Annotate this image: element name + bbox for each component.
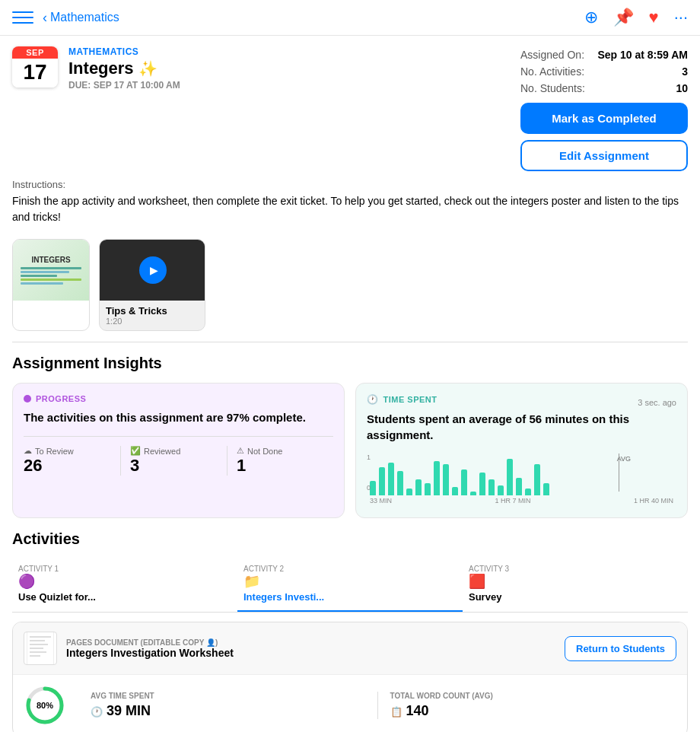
calendar-badge: SEP 17 — [12, 46, 58, 88]
progress-badge-label: PROGRESS — [36, 394, 86, 403]
play-icon: ▶ — [139, 256, 167, 284]
chart-bar — [461, 469, 467, 495]
y-label-1: 1 — [367, 454, 371, 461]
meta-table: Assigned On: Sep 10 at 8:59 AM No. Activ… — [520, 46, 688, 97]
chart-bar — [534, 464, 540, 495]
mark-completed-button[interactable]: Mark as Completed — [520, 103, 688, 134]
chart-bar — [415, 479, 422, 495]
back-label: Mathematics — [50, 11, 119, 24]
chart-bar — [543, 483, 549, 495]
not-done-icon: ⚠ — [237, 446, 244, 456]
tab-3-num: ACTIVITY 3 — [469, 565, 509, 573]
stat-reviewed: ✅ Reviewed 3 — [120, 446, 227, 476]
activity-tab-2[interactable]: ACTIVITY 2 📁 Integers Investi... — [237, 557, 463, 612]
assignment-info: MATHEMATICS Integers ✨ DUE: SEP 17 AT 10… — [68, 46, 505, 91]
time-badge: 🕐 TIME SPENT — [367, 394, 438, 405]
word-count-text: 140 — [406, 703, 429, 718]
avg-time-block: AVG TIME SPENT 🕐 39 MIN — [78, 692, 378, 719]
clock-small-icon: 🕐 — [91, 706, 103, 718]
review-icon: ☁ — [24, 446, 32, 456]
right-actions: Assigned On: Sep 10 at 8:59 AM No. Activ… — [520, 46, 688, 171]
activities-value: 3 — [682, 65, 688, 78]
svg-rect-1 — [30, 636, 51, 638]
students-label: No. Students: — [520, 82, 585, 94]
tab-2-icon: 📁 — [243, 573, 260, 590]
sparkle-icon: ✨ — [138, 59, 158, 78]
progress-dot — [24, 395, 31, 403]
insights-heading: Assignment Insights — [12, 355, 688, 372]
cal-month: SEP — [12, 46, 58, 59]
more-icon[interactable]: ··· — [674, 8, 688, 27]
students-row: No. Students: 10 — [520, 80, 688, 97]
chart-label-0: 33 MIN — [370, 497, 392, 504]
back-button[interactable]: ‹ Mathematics — [43, 10, 119, 26]
chart-bar — [406, 489, 412, 495]
chart-label-1: 1 HR 7 MIN — [495, 497, 530, 504]
progress-badge: PROGRESS — [24, 394, 333, 403]
tab-2-num: ACTIVITY 2 — [243, 565, 284, 573]
to-review-value: 26 — [24, 456, 111, 476]
chart-bar — [507, 459, 513, 495]
edit-assignment-button[interactable]: Edit Assignment — [520, 140, 688, 171]
activity-tab-1[interactable]: ACTIVITY 1 🟣 Use Quizlet for... — [12, 557, 237, 612]
video-duration: 1:20 — [106, 317, 199, 326]
doc-info: PAGES DOCUMENT (EDITABLE COPY 👤) Integer… — [66, 638, 555, 659]
avg-time-value: 🕐 39 MIN — [91, 703, 365, 719]
tab-1-title: Use Quizlet for... — [18, 591, 96, 603]
app-header: ‹ Mathematics ⊕ 📌 ♥ ··· — [0, 0, 700, 36]
chart-labels: 33 MIN 1 HR 7 MIN 1 HR 40 MIN — [367, 495, 676, 504]
video-attachment[interactable]: ▶ Tips & Tricks 1:20 — [99, 239, 205, 331]
students-value: 10 — [676, 82, 688, 94]
cal-day: 17 — [12, 59, 58, 88]
title-text: Integers — [68, 59, 134, 78]
chart-bar — [397, 471, 403, 495]
svg-rect-4 — [30, 648, 43, 649]
chart-label-2: 1 HR 40 MIN — [634, 497, 673, 504]
time-badge-label: TIME SPENT — [383, 395, 438, 404]
return-to-students-button[interactable]: Return to Students — [565, 636, 676, 661]
tab-2-title: Integers Investi... — [243, 591, 324, 603]
word-count-value: 📋 140 — [390, 703, 665, 719]
activity-stats: 80% AVG TIME SPENT 🕐 39 MIN TOTAL WORD C… — [13, 675, 687, 732]
chart-bar — [479, 473, 485, 495]
top-section: SEP 17 MATHEMATICS Integers ✨ DUE: SEP 1… — [0, 36, 700, 179]
assigned-on-value: Sep 10 at 8:59 AM — [597, 49, 688, 61]
time-card: 🕐 TIME SPENT 3 sec. ago Students spent a… — [355, 383, 688, 518]
progress-text: The activities on this assignment are 97… — [24, 409, 333, 425]
copy-icon[interactable]: ⊕ — [584, 8, 598, 27]
activity-tab-3[interactable]: ACTIVITY 3 🟥 Survey — [463, 557, 688, 612]
poster-lines — [21, 267, 81, 285]
heart-icon[interactable]: ♥ — [649, 8, 659, 27]
subject-label: MATHEMATICS — [68, 46, 505, 57]
pin-icon[interactable]: 📌 — [613, 8, 634, 27]
chart-bar — [498, 485, 504, 495]
avg-time-text: 39 MIN — [107, 703, 151, 718]
avg-time-label: AVG TIME SPENT — [91, 692, 365, 700]
attachments-section: INTEGERS ▶ Tips & Tricks 1:20 — [0, 233, 700, 342]
activities-row: No. Activities: 3 — [520, 63, 688, 80]
doc-name: Integers Investigation Worksheet — [66, 647, 555, 659]
tab-1-icon: 🟣 — [18, 573, 35, 590]
activity-detail-card: PAGES DOCUMENT (EDITABLE COPY 👤) Integer… — [12, 622, 688, 732]
assigned-on-label: Assigned On: — [520, 49, 584, 61]
reviewed-value: 3 — [130, 456, 218, 476]
chart-bar — [516, 478, 522, 495]
assignment-header: SEP 17 MATHEMATICS Integers ✨ DUE: SEP 1… — [12, 46, 505, 91]
assigned-on-row: Assigned On: Sep 10 at 8:59 AM — [520, 46, 688, 63]
clock-icon: 🕐 — [367, 394, 379, 405]
chart-bar — [370, 481, 376, 495]
stat-to-review: ☁ To Review 26 — [24, 446, 120, 476]
chart-bar — [388, 463, 394, 495]
insights-section: Assignment Insights PROGRESS The activit… — [0, 342, 700, 530]
tab-3-icon: 🟥 — [469, 573, 485, 590]
insights-cards: PROGRESS The activities on this assignme… — [12, 383, 688, 518]
doc-type: PAGES DOCUMENT (EDITABLE COPY 👤) — [66, 638, 555, 647]
chart-bar — [470, 492, 476, 495]
chart-bar — [425, 483, 431, 495]
svg-rect-6 — [30, 655, 40, 657]
activities-label: No. Activities: — [520, 65, 584, 78]
poster-attachment[interactable]: INTEGERS — [12, 239, 90, 331]
chevron-left-icon: ‹ — [43, 10, 47, 26]
sidebar-toggle[interactable] — [12, 9, 33, 26]
chart-bar — [443, 464, 449, 495]
